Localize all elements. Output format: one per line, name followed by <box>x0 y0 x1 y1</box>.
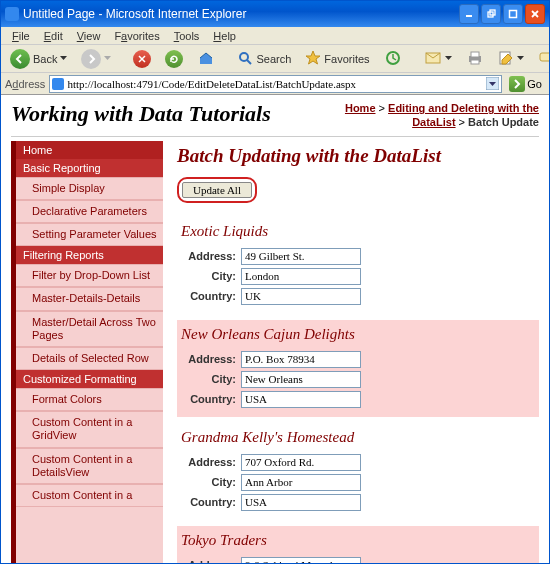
minimize-button[interactable] <box>459 4 479 24</box>
stop-icon <box>133 50 151 68</box>
menu-view[interactable]: View <box>70 29 108 43</box>
update-all-button[interactable]: Update All <box>182 182 252 198</box>
menu-tools[interactable]: Tools <box>167 29 207 43</box>
address-input[interactable] <box>241 454 361 471</box>
field-label: Country: <box>181 393 236 405</box>
svg-line-9 <box>247 60 251 64</box>
go-button[interactable]: Go <box>506 76 545 92</box>
sidebar-item[interactable]: Filter by Drop-Down List <box>16 264 163 287</box>
window-titlebar: Untitled Page - Microsoft Internet Explo… <box>1 1 549 27</box>
supplier-name: Grandma Kelly's Homestead <box>181 429 535 446</box>
search-label: Search <box>256 53 291 65</box>
sidebar-section-header[interactable]: Filtering Reports <box>16 246 163 264</box>
address-box[interactable] <box>49 75 502 93</box>
sidebar-item[interactable]: Master/Detail Across Two Pages <box>16 311 163 347</box>
close-button[interactable] <box>525 4 545 24</box>
sidebar-item[interactable]: Declarative Parameters <box>16 200 163 223</box>
menu-help[interactable]: Help <box>206 29 243 43</box>
address-input[interactable] <box>241 557 361 564</box>
back-label: Back <box>33 53 57 65</box>
refresh-icon <box>165 50 183 68</box>
history-icon <box>384 49 402 69</box>
print-icon <box>466 50 484 68</box>
address-input[interactable] <box>67 78 483 90</box>
update-highlight: Update All <box>177 177 257 203</box>
field-label: City: <box>181 373 236 385</box>
menubar: File Edit View Favorites Tools Help <box>1 27 549 45</box>
go-label: Go <box>527 78 542 90</box>
breadcrumb: Home > Editing and Deleting with the Dat… <box>329 101 539 130</box>
main-heading: Batch Updating with the DataList <box>177 145 539 167</box>
sidebar-item[interactable]: Simple Display <box>16 177 163 200</box>
supplier-name: Tokyo Traders <box>181 532 535 549</box>
page-viewport[interactable]: Working with Data Tutorials Home > Editi… <box>1 95 549 564</box>
city-input[interactable] <box>241 371 361 388</box>
back-button[interactable]: Back <box>5 47 72 71</box>
window-title: Untitled Page - Microsoft Internet Explo… <box>23 7 246 21</box>
address-input[interactable] <box>241 248 361 265</box>
forward-icon <box>81 49 101 69</box>
restore-button[interactable] <box>481 4 501 24</box>
sidebar-item[interactable]: Custom Content in a <box>16 484 163 507</box>
sidebar-item[interactable]: Custom Content in a DetailsView <box>16 448 163 484</box>
edit-icon <box>498 50 514 68</box>
back-icon <box>10 49 30 69</box>
refresh-button[interactable] <box>160 48 188 70</box>
edit-button[interactable] <box>493 48 529 70</box>
supplier-record: New Orleans Cajun DelightsAddress:City:C… <box>177 320 539 417</box>
sidebar-item[interactable]: Master-Details-Details <box>16 287 163 310</box>
sidebar-home[interactable]: Home <box>16 141 163 159</box>
favorites-label: Favorites <box>324 53 369 65</box>
menu-file[interactable]: File <box>5 29 37 43</box>
city-input[interactable] <box>241 268 361 285</box>
page-icon <box>52 78 64 90</box>
country-input[interactable] <box>241 288 361 305</box>
chevron-down-icon <box>517 56 524 61</box>
country-input[interactable] <box>241 391 361 408</box>
home-icon <box>197 49 215 69</box>
home-button[interactable] <box>192 47 220 71</box>
svg-rect-3 <box>510 11 517 18</box>
field-label: Country: <box>181 290 236 302</box>
sidebar-item[interactable]: Setting Parameter Values <box>16 223 163 246</box>
chevron-down-icon <box>445 56 452 61</box>
sidebar-item[interactable]: Format Colors <box>16 388 163 411</box>
field-label: Country: <box>181 496 236 508</box>
history-button[interactable] <box>379 47 407 71</box>
chevron-down-icon <box>104 56 111 61</box>
sidebar-item[interactable]: Custom Content in a GridView <box>16 411 163 447</box>
forward-button[interactable] <box>76 47 116 71</box>
supplier-name: Exotic Liquids <box>181 223 535 240</box>
address-label: Address <box>5 78 45 90</box>
discuss-button[interactable] <box>533 48 550 70</box>
search-button[interactable]: Search <box>232 48 296 70</box>
main-content: Batch Updating with the DataList Update … <box>177 141 539 564</box>
field-label: Address: <box>181 456 236 468</box>
go-icon <box>509 76 525 92</box>
address-input[interactable] <box>241 351 361 368</box>
menu-edit[interactable]: Edit <box>37 29 70 43</box>
field-label: City: <box>181 476 236 488</box>
mail-icon <box>424 51 442 67</box>
search-icon <box>237 50 253 68</box>
sidebar-section-header[interactable]: Customized Formatting <box>16 370 163 388</box>
page-title: Working with Data Tutorials <box>11 101 271 127</box>
mail-button[interactable] <box>419 49 457 69</box>
sidebar-section-header[interactable]: Basic Reporting <box>16 159 163 177</box>
menu-favorites[interactable]: Favorites <box>107 29 166 43</box>
svg-rect-13 <box>471 52 479 57</box>
stop-button[interactable] <box>128 48 156 70</box>
country-input[interactable] <box>241 494 361 511</box>
sidebar-item[interactable]: Details of Selected Row <box>16 347 163 370</box>
city-input[interactable] <box>241 474 361 491</box>
field-label: Address: <box>181 250 236 262</box>
favorites-button[interactable]: Favorites <box>300 48 374 70</box>
sidebar: Home Basic ReportingSimple DisplayDeclar… <box>11 141 163 564</box>
maximize-button[interactable] <box>503 4 523 24</box>
print-button[interactable] <box>461 48 489 70</box>
svg-rect-14 <box>471 60 479 64</box>
supplier-record: Exotic LiquidsAddress:City:Country: <box>177 217 539 314</box>
crumb-home[interactable]: Home <box>345 102 376 114</box>
dropdown-icon[interactable] <box>486 77 499 90</box>
chevron-down-icon <box>60 56 67 61</box>
